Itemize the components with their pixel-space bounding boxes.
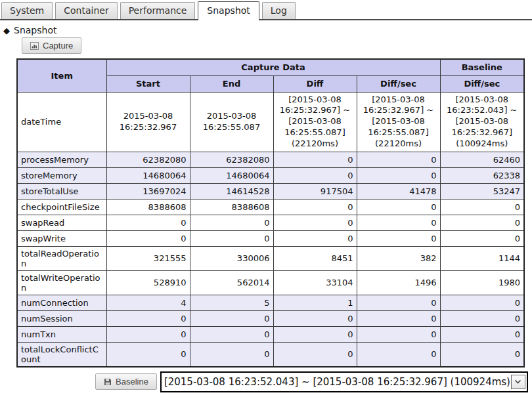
value-cell: 0 [106,310,190,326]
table-row: swapWrite00000 [17,230,524,246]
value-cell: 4 [106,295,190,310]
table-row: swapRead00000 [17,215,524,230]
value-cell: 0 [106,215,190,230]
value-cell: 0 [440,199,524,215]
value-cell: 1144 [440,246,524,270]
table-row: processMemory62382080623820800062460 [17,152,524,167]
value-cell: 0 [357,167,440,183]
value-cell: 53247 [440,183,524,199]
value-cell: 2015-03-08 16:25:55.087 [190,92,273,152]
section-heading: ◆ Snapshot [3,25,532,35]
value-cell: 330006 [190,246,273,270]
item-cell: swapRead [17,215,106,230]
value-cell: 1 [273,295,357,310]
value-cell: [2015-03-08 16:25:32.967] ~ [2015-03-08 … [357,92,440,152]
value-cell: 8388608 [190,199,273,215]
value-cell: 0 [273,342,357,367]
table-row: totalLockConflictCount00000 [17,342,524,367]
value-cell: 8388608 [106,199,190,215]
snapshot-table-body: dateTime2015-03-08 16:25:32.9672015-03-0… [17,92,524,367]
baseline-bar: Baseline [2015-03-08 16:23:52.043] ~ [20… [95,371,532,392]
value-cell: 0 [106,342,190,367]
item-cell: processMemory [17,152,106,167]
value-cell: 0 [273,199,357,215]
value-cell: 62338 [440,167,524,183]
capture-button[interactable]: Capture [22,37,81,54]
value-cell: 0 [106,326,190,342]
col-header-end: End [190,75,273,92]
value-cell: 0 [273,215,357,230]
value-cell: 0 [357,199,440,215]
baseline-button[interactable]: Baseline [95,373,157,390]
value-cell: 33104 [273,270,357,295]
value-cell: 0 [190,326,273,342]
col-header-start: Start [106,75,190,92]
value-cell: 0 [190,310,273,326]
value-cell: 13697024 [106,183,190,199]
tab-performance[interactable]: Performance [120,2,196,19]
value-cell: 0 [357,230,440,246]
table-row: totalReadOperation3215553300068451382114… [17,246,524,270]
table-row: checkpointFileSize83886088388608000 [17,199,524,215]
baseline-select[interactable]: [2015-03-08 16:23:52.043] ~ [2015-03-08 … [160,371,528,392]
value-cell: 0 [273,326,357,342]
item-cell: totalReadOperation [17,246,106,270]
save-disk-icon [104,378,112,386]
capture-button-label: Capture [43,41,73,51]
tab-bar: System Container Performance Snapshot Lo… [0,0,532,20]
col-group-baseline: Baseline [440,59,524,75]
value-cell: 528910 [106,270,190,295]
value-cell: 382 [357,246,440,270]
col-group-capture-data: Capture Data [106,59,440,75]
snapshot-table: Item Capture Data Baseline Start End Dif… [16,58,525,368]
value-cell: [2015-03-08 16:23:52.043] ~ [2015-03-08 … [440,92,524,152]
value-cell: 1980 [440,270,524,295]
value-cell: 0 [273,152,357,167]
value-cell: 0 [357,295,440,310]
value-cell: 14680064 [106,167,190,183]
value-cell: 14614528 [190,183,273,199]
value-cell: 1496 [357,270,440,295]
value-cell: 62382080 [106,152,190,167]
value-cell: 0 [190,342,273,367]
tab-container[interactable]: Container [55,2,117,19]
value-cell: 321555 [106,246,190,270]
value-cell: 0 [357,342,440,367]
diamond-icon: ◆ [3,26,10,35]
tab-snapshot[interactable]: Snapshot [198,1,259,20]
table-row: totalWriteOperation528910562014331041496… [17,270,524,295]
value-cell: 0 [357,215,440,230]
baseline-button-label: Baseline [116,377,148,387]
tab-system[interactable]: System [1,2,53,19]
col-header-baseline-diff-sec: Diff/sec [440,75,524,92]
bar-chart-capture-icon [30,42,39,50]
value-cell: 62460 [440,152,524,167]
item-cell: storeMemory [17,167,106,183]
value-cell: 2015-03-08 16:25:32.967 [106,92,190,152]
value-cell: 0 [273,310,357,326]
value-cell: 0 [190,215,273,230]
baseline-select-value: [2015-03-08 16:23:52.043] ~ [2015-03-08 … [164,376,510,388]
table-row: numSession00000 [17,310,524,326]
item-cell: storeTotalUse [17,183,106,199]
value-cell: 0 [357,326,440,342]
value-cell: 0 [440,326,524,342]
value-cell: 0 [440,230,524,246]
table-row: storeTotalUse136970241461452891750441478… [17,183,524,199]
value-cell: 0 [440,295,524,310]
table-row: dateTime2015-03-08 16:25:32.9672015-03-0… [17,92,524,152]
value-cell: 62382080 [190,152,273,167]
chevron-down-icon[interactable] [511,375,525,389]
col-header-item: Item [17,59,106,92]
col-header-diff: Diff [273,75,357,92]
value-cell: 0 [273,167,357,183]
value-cell: 0 [190,230,273,246]
value-cell: 917504 [273,183,357,199]
value-cell: 0 [273,230,357,246]
item-cell: swapWrite [17,230,106,246]
tab-log[interactable]: Log [262,2,296,19]
value-cell: 5 [190,295,273,310]
item-cell: numTxn [17,326,106,342]
value-cell: 0 [357,152,440,167]
value-cell: 562014 [190,270,273,295]
